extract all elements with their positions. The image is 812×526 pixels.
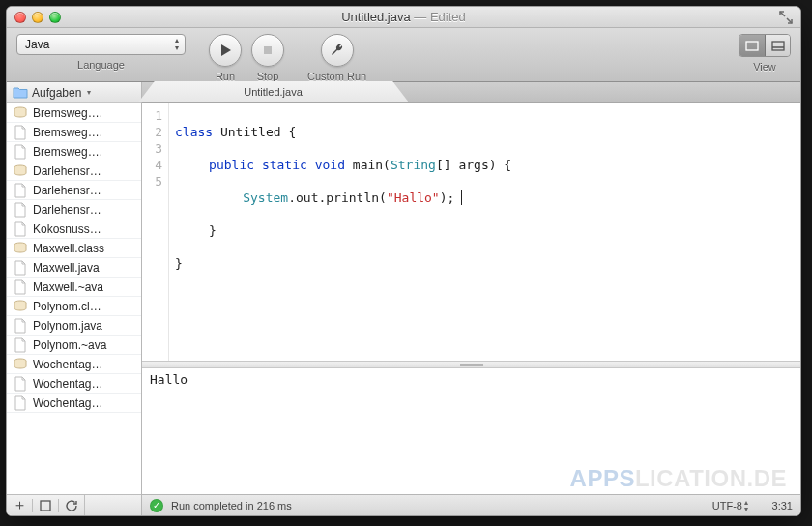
file-item[interactable]: Darlehensr…	[7, 200, 141, 219]
source-file-icon	[13, 125, 28, 140]
run-label: Run	[216, 71, 235, 82]
run-button[interactable]	[209, 34, 242, 67]
file-item-label: Bremsweg….	[33, 145, 102, 159]
file-item-label: Maxwell.~ava	[33, 280, 103, 294]
status-bar: ✓ Run completed in 216 ms UTF-8 ▴▾ 3:31	[142, 494, 800, 515]
output-console[interactable]: Hallo	[142, 368, 800, 494]
view-single-icon[interactable]	[740, 35, 765, 56]
language-value: Java	[25, 38, 49, 51]
file-item-label: Bremsweg….	[33, 106, 102, 120]
file-item[interactable]: Kokosnuss…	[7, 219, 141, 239]
file-item-label: Wochentag…	[33, 396, 103, 410]
svg-rect-0	[264, 46, 272, 54]
source-file-icon	[13, 376, 28, 392]
fullscreen-icon[interactable]	[779, 11, 793, 24]
file-item[interactable]: Wochentag…	[7, 355, 141, 374]
file-item[interactable]: Darlehensr…	[7, 161, 141, 181]
source-file-icon	[13, 183, 28, 198]
source-file-icon	[13, 279, 28, 295]
source-file-icon	[13, 318, 28, 334]
chevron-down-icon: ▾	[87, 88, 91, 97]
file-item[interactable]: Darlehensr…	[7, 181, 141, 200]
tab-bar: Untitled.java	[142, 82, 800, 103]
svg-rect-1	[746, 42, 758, 50]
line-number-gutter: 12345	[142, 103, 169, 361]
class-file-icon	[13, 163, 28, 179]
file-item[interactable]: Wochentag…	[7, 374, 141, 394]
file-item[interactable]: Maxwell.~ava	[7, 278, 141, 297]
run-controls: Run Stop	[209, 34, 284, 82]
code-area[interactable]: class Untitled { public static void main…	[169, 103, 800, 361]
file-item-label: Maxwell.class	[33, 242, 104, 255]
class-file-icon	[13, 357, 28, 372]
file-item-label: Darlehensr…	[33, 203, 102, 217]
new-window-button[interactable]	[33, 495, 58, 515]
code-editor[interactable]: 12345 class Untitled { public static voi…	[142, 103, 800, 361]
file-item[interactable]: Polynom.cl…	[7, 297, 141, 316]
svg-rect-2	[772, 42, 784, 50]
stop-label: Stop	[257, 71, 279, 82]
custom-run-label: Custom Run	[307, 71, 366, 82]
line-number: 5	[142, 173, 162, 190]
sidebar-resize-handle[interactable]	[84, 495, 141, 515]
line-number: 3	[142, 140, 162, 157]
editor-column: Untitled.java 12345 class Untitled { pub…	[142, 82, 800, 515]
content-area: Aufgaben ▾ Bremsweg….Bremsweg….Bremsweg……	[7, 82, 800, 515]
tab-file[interactable]: Untitled.java	[138, 81, 409, 102]
line-number: 2	[142, 124, 162, 140]
updown-icon: ▴▾	[175, 37, 179, 52]
breadcrumb[interactable]: Aufgaben ▾	[7, 82, 141, 103]
file-item-label: Polynom.java	[33, 319, 102, 333]
encoding-select[interactable]: UTF-8 ▴▾	[709, 499, 752, 512]
file-item[interactable]: Bremsweg….	[7, 142, 141, 161]
class-file-icon	[13, 105, 28, 121]
source-file-icon	[13, 221, 28, 237]
source-file-icon	[13, 260, 28, 276]
file-item-label: Polynom.cl…	[33, 300, 102, 313]
editor-window: Untitled.java — Edited Java ▴▾ Language …	[6, 6, 801, 516]
pane-splitter[interactable]	[142, 361, 800, 368]
line-number: 1	[142, 107, 162, 124]
view-split-icon[interactable]	[765, 35, 790, 56]
status-message: Run completed in 216 ms	[171, 500, 292, 511]
file-item[interactable]: Bremsweg….	[7, 103, 141, 123]
file-item[interactable]: Maxwell.java	[7, 258, 141, 278]
file-item[interactable]: Bremsweg….	[7, 123, 141, 142]
file-item-label: Darlehensr…	[33, 164, 102, 178]
view-segmented-control[interactable]	[739, 34, 791, 57]
add-button[interactable]: ＋	[7, 495, 32, 515]
line-number: 4	[142, 157, 162, 173]
custom-run-group: Custom Run	[307, 34, 366, 82]
sidebar-toolbar: ＋	[7, 494, 141, 515]
source-file-icon	[13, 144, 28, 160]
language-label: Language	[77, 59, 125, 71]
file-item[interactable]: Polynom.~ava	[7, 336, 141, 355]
updown-icon: ▴▾	[744, 499, 748, 512]
stop-icon	[260, 43, 276, 58]
stop-button[interactable]	[251, 34, 284, 67]
file-item-label: Bremsweg….	[33, 126, 102, 139]
language-select[interactable]: Java ▴▾	[16, 34, 186, 55]
file-item[interactable]: Polynom.java	[7, 316, 141, 336]
title-filename: Untitled.java	[341, 10, 411, 24]
refresh-button[interactable]	[59, 495, 84, 515]
file-item[interactable]: Maxwell.class	[7, 239, 141, 258]
view-label: View	[753, 61, 776, 73]
class-file-icon	[13, 241, 28, 256]
success-icon: ✓	[150, 499, 163, 512]
class-file-icon	[13, 299, 28, 314]
play-icon	[218, 43, 233, 58]
file-item[interactable]: Wochentag…	[7, 394, 141, 413]
folder-icon	[13, 86, 28, 99]
encoding-value: UTF-8	[712, 500, 742, 511]
source-file-icon	[13, 395, 28, 411]
svg-rect-9	[41, 501, 50, 511]
file-item-label: Darlehensr…	[33, 184, 102, 197]
source-file-icon	[13, 337, 28, 353]
file-sidebar: Aufgaben ▾ Bremsweg….Bremsweg….Bremsweg……	[7, 82, 142, 515]
file-item-label: Wochentag…	[33, 377, 103, 391]
window-title: Untitled.java — Edited	[7, 10, 800, 24]
file-list[interactable]: Bremsweg….Bremsweg….Bremsweg….Darlehensr…	[7, 103, 141, 494]
tab-label: Untitled.java	[244, 86, 303, 98]
custom-run-button[interactable]	[321, 34, 354, 67]
